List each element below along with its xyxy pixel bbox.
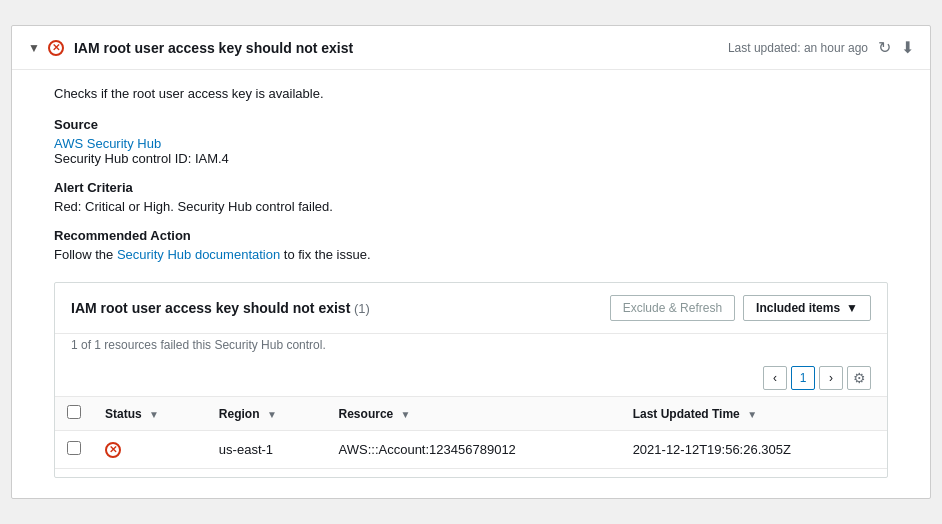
- resources-box: IAM root user access key should not exis…: [54, 282, 888, 478]
- main-panel: ▼ ✕ IAM root user access key should not …: [11, 25, 931, 499]
- header-row: ▼ ✕ IAM root user access key should not …: [12, 26, 930, 70]
- prev-page-button[interactable]: ‹: [763, 366, 787, 390]
- aws-security-hub-link[interactable]: AWS Security Hub: [54, 136, 161, 151]
- error-status-icon: ✕: [48, 40, 64, 56]
- recommended-action-prefix: Follow the: [54, 247, 117, 262]
- included-items-chevron: ▼: [846, 301, 858, 315]
- recommended-action-label: Recommended Action: [54, 228, 888, 243]
- next-page-button[interactable]: ›: [819, 366, 843, 390]
- error-circle: ✕: [48, 40, 64, 56]
- recommended-action-section: Recommended Action Follow the Security H…: [54, 228, 888, 262]
- included-items-button[interactable]: Included items ▼: [743, 295, 871, 321]
- region-sort-icon[interactable]: ▼: [267, 409, 277, 420]
- security-hub-doc-link[interactable]: Security Hub documentation: [117, 247, 280, 262]
- table-container: Status ▼ Region ▼ Resource ▼: [55, 396, 887, 477]
- resource-sort-icon[interactable]: ▼: [401, 409, 411, 420]
- table-settings-button[interactable]: ⚙: [847, 366, 871, 390]
- select-all-header: [55, 397, 93, 431]
- status-cell: ✕: [93, 431, 207, 469]
- included-items-label: Included items: [756, 301, 840, 315]
- recommended-action-suffix: to fix the issue.: [280, 247, 370, 262]
- row-checkbox[interactable]: [67, 441, 81, 455]
- resource-cell: AWS:::Account:123456789012: [327, 431, 621, 469]
- inner-box-header: IAM root user access key should not exis…: [55, 283, 887, 334]
- check-title: IAM root user access key should not exis…: [74, 40, 728, 56]
- status-sort-icon[interactable]: ▼: [149, 409, 159, 420]
- region-cell: us-east-1: [207, 431, 327, 469]
- table-header-row: Status ▼ Region ▼ Resource ▼: [55, 397, 887, 431]
- resource-column-header: Resource ▼: [327, 397, 621, 431]
- current-page: 1: [791, 366, 815, 390]
- header-actions: Last updated: an hour ago ↻ ⬇: [728, 38, 914, 57]
- table-row: ✕ us-east-1 AWS:::Account:123456789012 2…: [55, 431, 887, 469]
- description-text: Checks if the root user access key is av…: [54, 86, 888, 101]
- alert-criteria-value: Red: Critical or High. Security Hub cont…: [54, 199, 333, 214]
- inner-box-actions: Exclude & Refresh Included items ▼: [610, 295, 871, 321]
- select-all-checkbox[interactable]: [67, 405, 81, 419]
- source-label: Source: [54, 117, 888, 132]
- alert-criteria-section: Alert Criteria Red: Critical or High. Se…: [54, 180, 888, 214]
- download-icon[interactable]: ⬇: [901, 38, 914, 57]
- status-column-header: Status ▼: [93, 397, 207, 431]
- pagination-row: ‹ 1 › ⚙: [55, 360, 887, 396]
- region-column-header: Region ▼: [207, 397, 327, 431]
- last-updated-column-header: Last Updated Time ▼: [621, 397, 887, 431]
- refresh-icon[interactable]: ↻: [878, 38, 891, 57]
- last-updated-cell: 2021-12-12T19:56:26.305Z: [621, 431, 887, 469]
- inner-box-subtitle: 1 of 1 resources failed this Security Hu…: [55, 334, 887, 360]
- resources-table: Status ▼ Region ▼ Resource ▼: [55, 396, 887, 469]
- exclude-refresh-button[interactable]: Exclude & Refresh: [610, 295, 735, 321]
- row-checkbox-cell: [55, 431, 93, 469]
- source-section: Source AWS Security Hub Security Hub con…: [54, 117, 888, 166]
- chevron-icon[interactable]: ▼: [28, 41, 40, 55]
- last-updated-text: Last updated: an hour ago: [728, 41, 868, 55]
- content-area: Checks if the root user access key is av…: [12, 70, 930, 498]
- control-id-text: Security Hub control ID: IAM.4: [54, 151, 229, 166]
- alert-criteria-label: Alert Criteria: [54, 180, 888, 195]
- inner-box-count: (1): [354, 301, 370, 316]
- last-updated-sort-icon[interactable]: ▼: [747, 409, 757, 420]
- status-error-icon: ✕: [105, 442, 121, 458]
- status-error-circle: ✕: [105, 442, 121, 458]
- inner-box-title: IAM root user access key should not exis…: [71, 300, 350, 316]
